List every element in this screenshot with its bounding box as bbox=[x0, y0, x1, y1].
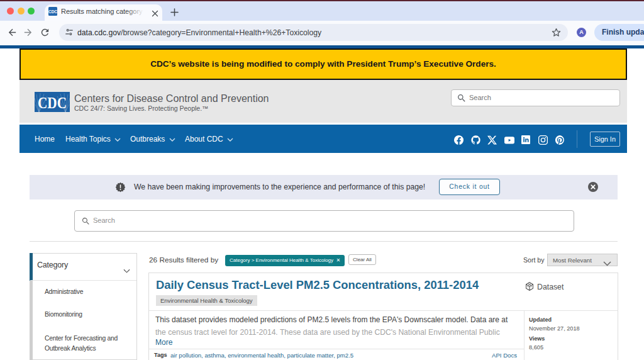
svg-text:CDC: CDC bbox=[48, 9, 57, 14]
svg-text:CDC: CDC bbox=[38, 94, 67, 111]
